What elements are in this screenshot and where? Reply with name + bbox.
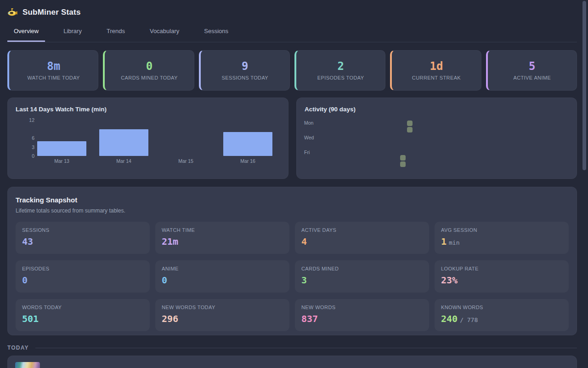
tracking-card-value: 296 — [162, 314, 178, 323]
tab-sessions[interactable]: Sessions — [198, 25, 235, 42]
heatmap-day-label: Wed — [304, 135, 314, 140]
today-label: TODAY — [7, 345, 29, 351]
stat-card-sessions-today: 9SESSIONS TODAY — [199, 50, 290, 91]
tracking-card-label: LOOKUP RATE — [441, 266, 562, 271]
anime-episode-thumbnail — [15, 362, 40, 368]
tracking-card-secondary: / 778 — [460, 316, 478, 323]
app-header: SubMiner Stats — [7, 0, 577, 18]
tracking-card-value-row: 43 — [22, 237, 143, 246]
y-axis-tick: 3 — [16, 144, 34, 150]
heatmap-active-cell — [407, 127, 413, 132]
submarine-icon — [7, 8, 17, 17]
tracking-card-avg-session: AVG SESSION1min — [435, 222, 569, 254]
tab-trends[interactable]: Trends — [100, 25, 131, 42]
tracking-card-value-row: 501 — [22, 314, 143, 323]
tracking-card-lookup-rate: LOOKUP RATE23% — [435, 260, 569, 293]
stat-value: 2 — [337, 61, 344, 72]
tracking-card-value-row: 23% — [441, 276, 562, 285]
stat-label: CARDS MINED TODAY — [121, 75, 178, 80]
tracking-card-label: NEW WORDS — [301, 305, 423, 310]
tracking-card-label: CARDS MINED — [301, 266, 423, 271]
tracking-snapshot-panel: Tracking Snapshot Lifetime totals source… — [7, 187, 577, 335]
stat-value: 9 — [242, 61, 248, 72]
page-title: SubMiner Stats — [23, 8, 81, 17]
stat-cards-row: 8mWATCH TIME TODAY0CARDS MINED TODAY9SES… — [7, 50, 577, 91]
tracking-card-new-words: NEW WORDS837 — [295, 299, 429, 331]
tracking-card-value-row: 240/ 778 — [441, 314, 562, 323]
activity-heatmap-panel: Activity (90 days) MonWedFri — [296, 98, 577, 179]
tracking-card-value: 837 — [301, 314, 318, 323]
stat-value: 8m — [47, 61, 60, 72]
tracking-card-value: 43 — [22, 237, 33, 246]
vertical-scrollbar-thumb[interactable] — [582, 1, 586, 170]
tracking-card-value-row: 0 — [22, 276, 143, 285]
today-section-header: TODAY — [7, 345, 577, 351]
today-divider — [35, 348, 577, 348]
tab-library[interactable]: Library — [57, 25, 88, 42]
tracking-card-known-words: KNOWN WORDS240/ 778 — [435, 299, 569, 331]
tracking-card-value-row: 3 — [301, 276, 423, 285]
tab-bar: OverviewLibraryTrendsVocabularySessions — [7, 25, 577, 42]
tracking-card-value-row: 4 — [301, 237, 423, 246]
tracking-card-sessions: SESSIONS43 — [16, 222, 150, 254]
tracking-card-label: AVG SESSION — [441, 227, 562, 233]
chart-title: Last 14 Days Watch Time (min) — [16, 106, 107, 113]
stat-label: CURRENT STREAK — [412, 75, 461, 80]
tracking-subtitle: Lifetime totals sourced from summary tab… — [16, 207, 569, 214]
tracking-card-label: KNOWN WORDS — [441, 305, 562, 310]
tracking-card-words-today: WORDS TODAY501 — [16, 299, 150, 331]
tracking-card-value: 0 — [162, 276, 167, 285]
tracking-card-value-row: 0 — [162, 276, 283, 285]
tracking-card-label: WATCH TIME — [162, 227, 283, 233]
heatmap-day-label: Fri — [304, 150, 310, 155]
y-axis-tick: 12 — [16, 117, 34, 123]
watch-time-chart-panel: Last 14 Days Watch Time (min) 03612Mar 1… — [7, 98, 288, 179]
tracking-card-value: 3 — [301, 276, 307, 285]
tracking-card-label: ANIME — [162, 266, 283, 271]
stat-value: 1d — [430, 61, 443, 72]
tracking-card-value: 0 — [22, 276, 28, 285]
chart-bar — [37, 141, 86, 156]
stat-card-cards-mined-today: 0CARDS MINED TODAY — [103, 50, 194, 91]
tracking-card-label: NEW WORDS TODAY — [162, 305, 283, 310]
tracking-card-cards-mined: CARDS MINED3 — [295, 260, 429, 293]
tracking-title: Tracking Snapshot — [16, 195, 569, 204]
x-axis-label: Mar 13 — [31, 158, 93, 164]
today-session-card[interactable] — [7, 356, 577, 368]
tracking-grid: SESSIONS43WATCH TIME21mACTIVE DAYS4AVG S… — [16, 222, 569, 331]
stat-value: 5 — [529, 61, 535, 72]
tabs-divider — [7, 42, 577, 42]
tracking-card-label: ACTIVE DAYS — [301, 227, 423, 233]
heatmap-active-cell — [407, 121, 413, 126]
activity-title: Activity (90 days) — [305, 106, 356, 113]
tracking-card-value-row: 837 — [301, 314, 423, 323]
tracking-card-value: 501 — [22, 314, 39, 323]
tab-vocabulary[interactable]: Vocabulary — [143, 25, 186, 42]
stat-card-episodes-today: 2EPISODES TODAY — [294, 50, 385, 91]
tracking-card-value: 1 — [441, 237, 447, 246]
tracking-card-value: 240 — [441, 314, 458, 323]
tracking-card-value-row: 296 — [162, 314, 283, 323]
x-axis-label: Mar 16 — [217, 158, 279, 164]
y-axis-tick: 6 — [16, 135, 34, 141]
x-axis-label: Mar 15 — [155, 158, 217, 164]
chart-bar — [99, 129, 148, 156]
tracking-card-episodes: EPISODES0 — [16, 260, 150, 293]
tracking-card-label: EPISODES — [22, 266, 143, 271]
stat-label: WATCH TIME TODAY — [27, 75, 79, 80]
tracking-card-value: 21m — [162, 237, 178, 246]
stat-card-active-anime: 5ACTIVE ANIME — [486, 50, 577, 91]
tracking-card-unit: min — [449, 239, 459, 246]
stat-label: SESSIONS TODAY — [222, 75, 269, 80]
tracking-card-value: 23% — [441, 276, 458, 285]
stat-card-watch-time-today: 8mWATCH TIME TODAY — [7, 50, 98, 91]
stat-card-current-streak: 1dCURRENT STREAK — [390, 50, 481, 91]
tracking-card-value-row: 21m — [162, 237, 283, 246]
tab-overview[interactable]: Overview — [7, 25, 45, 42]
chart-bar — [223, 132, 272, 156]
tracking-card-watch-time: WATCH TIME21m — [155, 222, 289, 254]
tracking-card-label: WORDS TODAY — [22, 305, 143, 310]
tracking-card-active-days: ACTIVE DAYS4 — [295, 222, 429, 254]
tracking-card-value-row: 1min — [441, 237, 562, 246]
stat-label: EPISODES TODAY — [317, 75, 364, 80]
